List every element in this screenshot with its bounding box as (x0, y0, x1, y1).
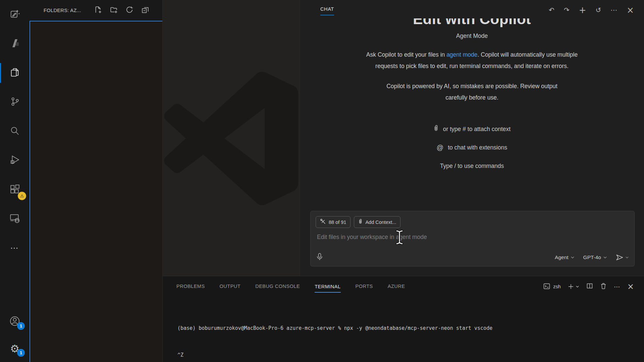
sidebar-explorer: FOLDERS: AZ... (30, 0, 162, 362)
model-label: GPT-4o (583, 254, 601, 260)
sidebar-title: FOLDERS: AZ... (44, 8, 81, 13)
search-icon (10, 126, 20, 137)
hint-commands-label: Type / to use commands (440, 163, 504, 170)
chat-paragraph-1: Ask Copilot to edit your files in agent … (361, 49, 583, 72)
split-terminal-button[interactable] (586, 283, 593, 291)
tools-count-button[interactable]: 88 of 91 (316, 216, 351, 228)
settings-button[interactable]: ⚙ 1 (0, 335, 30, 362)
ellipsis-icon: ⋯ (10, 243, 19, 253)
remote-explorer-icon (9, 213, 20, 225)
bottom-panel: PROBLEMS OUTPUT DEBUG CONSOLE TERMINAL P… (162, 276, 644, 362)
mode-label: Agent (555, 254, 569, 260)
extension-logo-button[interactable] (0, 29, 30, 58)
new-file-button[interactable] (94, 6, 102, 15)
files-icon (9, 67, 20, 79)
explorer-tree-empty[interactable] (30, 21, 162, 362)
agent-mode-link[interactable]: agent mode (446, 51, 477, 58)
tab-ports[interactable]: PORTS (356, 284, 373, 290)
terminal-output[interactable]: (base) boburumurzokov@MacBook-Pro-6 azur… (177, 306, 637, 362)
shell-name: zsh (553, 284, 561, 289)
vscode-logo-watermark (164, 71, 298, 207)
p1-before: Ask Copilot to edit your files in (366, 51, 446, 58)
tab-output[interactable]: OUTPUT (220, 284, 241, 290)
history-icon[interactable]: ↺ (595, 7, 601, 13)
accounts-button[interactable]: 1 (0, 308, 30, 335)
chat-title: Edit with Copilot (300, 18, 644, 28)
git-branch-icon (10, 97, 20, 108)
tab-problems[interactable]: PROBLEMS (176, 284, 205, 290)
panel-more-icon[interactable]: ⋯ (614, 283, 620, 290)
chat-input-box[interactable]: 88 of 91 Add Context... Edit files in yo… (310, 211, 635, 266)
hint-extensions: @ to chat with extensions (300, 138, 644, 157)
tab-terminal[interactable]: TERMINAL (315, 284, 340, 293)
microphone-icon[interactable] (316, 253, 323, 262)
terminal-line: ^Z (177, 351, 637, 360)
shell-selector[interactable]: zsh (543, 283, 561, 291)
new-folder-button[interactable] (110, 6, 118, 15)
chat-input-placeholder[interactable]: Edit files in your workspace in agent mo… (317, 234, 634, 241)
activity-bar: ⚠ ⋯ 1 ⚙ 1 (0, 0, 30, 362)
extensions-warning-badge: ⚠ (18, 192, 26, 200)
debug-icon (9, 155, 20, 167)
account-badge: 1 (17, 322, 25, 330)
chat-paragraph-2: Copilot is powered by AI, so mistakes ar… (381, 80, 562, 103)
send-button[interactable] (615, 253, 629, 262)
tools-count-label: 88 of 91 (329, 220, 346, 225)
panel-tabs: PROBLEMS OUTPUT DEBUG CONSOLE TERMINAL P… (163, 276, 644, 297)
undo-icon[interactable]: ↶ (549, 7, 554, 13)
tab-azure[interactable]: AZURE (388, 284, 405, 290)
terminal-icon (543, 283, 550, 291)
mode-picker-dropdown[interactable]: Agent (552, 253, 577, 262)
run-debug-button[interactable] (0, 146, 30, 175)
close-panel-icon[interactable]: × (627, 6, 634, 14)
extensions-button[interactable]: ⚠ (0, 175, 30, 204)
paperclip-icon (358, 218, 363, 226)
extension-logo-icon (9, 38, 20, 50)
terminal-line: (base) boburumurzokov@MacBook-Pro-6 azur… (177, 324, 637, 333)
at-icon: @ (437, 144, 443, 152)
chat-hints: or type # to attach context @ to chat wi… (300, 120, 644, 175)
copilot-edits-icon (10, 9, 20, 20)
model-picker-dropdown[interactable]: GPT-4o (581, 253, 610, 262)
hint-attach-context: or type # to attach context (300, 120, 644, 138)
paperclip-icon (433, 124, 439, 134)
add-context-label: Add Context... (365, 220, 396, 225)
more-actions-button[interactable]: ⋯ (0, 233, 30, 262)
chat-panel-header: CHAT ↶ ↷ + ↺ ⋯ × (300, 0, 644, 18)
refresh-button[interactable] (125, 6, 133, 15)
explorer-button[interactable] (0, 58, 30, 87)
hint-commands: Type / to use commands (300, 157, 644, 175)
hint-extensions-label: to chat with extensions (448, 144, 507, 151)
remote-explorer-button[interactable] (0, 204, 30, 233)
panel-close-icon[interactable]: × (627, 282, 634, 291)
tools-icon (320, 219, 326, 226)
more-actions-icon[interactable]: ⋯ (610, 7, 617, 13)
redo-icon[interactable]: ↷ (564, 7, 570, 13)
kill-terminal-button[interactable] (600, 283, 607, 291)
collapse-all-button[interactable] (141, 6, 149, 15)
search-button[interactable] (0, 117, 30, 146)
tab-chat[interactable]: CHAT (320, 6, 334, 15)
hint-attach-label: or type # to attach context (443, 126, 511, 133)
editor-group-empty[interactable] (162, 0, 300, 276)
chat-subtitle: Agent Mode (300, 33, 644, 40)
settings-badge-num: 1 (17, 349, 25, 357)
new-chat-icon[interactable]: + (579, 6, 586, 14)
copilot-edits-button[interactable] (0, 0, 30, 29)
new-terminal-button[interactable] (568, 284, 579, 290)
source-control-button[interactable] (0, 87, 30, 117)
chat-panel: CHAT ↶ ↷ + ↺ ⋯ × Edit with Copilot Agent… (300, 0, 644, 276)
vscode-window: ⚠ ⋯ 1 ⚙ 1 FOLDERS: AZ... (0, 0, 644, 362)
sidebar-header: FOLDERS: AZ... (30, 0, 162, 21)
ibeam-cursor (394, 229, 405, 247)
tab-debug-console[interactable]: DEBUG CONSOLE (255, 284, 300, 290)
add-context-button[interactable]: Add Context... (354, 216, 400, 228)
